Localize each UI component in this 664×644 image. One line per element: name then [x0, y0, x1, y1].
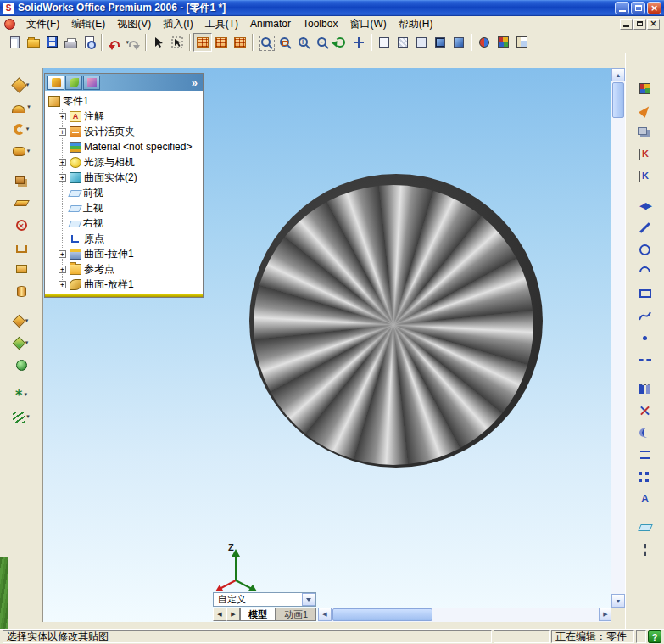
- text-tool[interactable]: [632, 488, 659, 510]
- offset-surface-button[interactable]: [4, 192, 38, 214]
- tree-item-origin[interactable]: 原点: [45, 231, 203, 246]
- scroll-right-arrow[interactable]: ▶: [599, 608, 611, 621]
- tree-item-design-binder[interactable]: + 设计活页夹: [45, 124, 203, 139]
- circle-tool[interactable]: [632, 238, 659, 260]
- dropdown-icon[interactable]: [27, 104, 31, 110]
- expand-toggle[interactable]: +: [59, 174, 66, 182]
- document-minimize-button[interactable]: [620, 19, 633, 30]
- minimize-button[interactable]: [615, 2, 629, 14]
- zoom-to-fit-button[interactable]: [256, 33, 275, 52]
- tree-item-part[interactable]: 零件1: [45, 93, 203, 109]
- close-button[interactable]: [647, 2, 661, 14]
- swept-surface-button[interactable]: [4, 118, 38, 140]
- trim-surface-button[interactable]: [4, 310, 38, 332]
- untrim-surface-button[interactable]: [4, 258, 38, 280]
- spline-tool[interactable]: [632, 305, 659, 327]
- revolved-surface-button[interactable]: [4, 96, 38, 118]
- rollback-bar[interactable]: [45, 294, 203, 297]
- tree-item-top-plane[interactable]: 上视: [45, 200, 203, 216]
- view-orientation-tool[interactable]: [632, 77, 659, 99]
- part-3d-model-lofted-surface[interactable]: [254, 185, 533, 465]
- extruded-surface-button[interactable]: [4, 74, 38, 96]
- zoom-in-button[interactable]: +: [293, 33, 312, 52]
- hidden-lines-visible-button[interactable]: [393, 33, 412, 52]
- lofted-surface-button[interactable]: [4, 140, 38, 162]
- tree-item-surface-extrude1[interactable]: + 曲面-拉伸1: [45, 246, 203, 261]
- trim-entities-tool[interactable]: [632, 400, 659, 422]
- scroll-left-arrow[interactable]: ◀: [318, 608, 332, 621]
- horizontal-scrollbar[interactable]: ◀ ▶: [318, 608, 611, 622]
- sketch-tool[interactable]: [632, 99, 659, 121]
- tree-item-surface-loft1[interactable]: + 曲面-放样1: [45, 277, 203, 292]
- vertical-scroll-thumb[interactable]: [612, 82, 624, 118]
- knit-surface-button[interactable]: [4, 280, 38, 302]
- menu-view[interactable]: 视图(V): [111, 16, 157, 32]
- standard-views-button[interactable]: [512, 33, 531, 52]
- arc-tool[interactable]: [632, 260, 659, 283]
- expand-toggle[interactable]: +: [59, 113, 66, 120]
- axis-tool[interactable]: [632, 539, 659, 561]
- offset-entities-tool[interactable]: [632, 422, 659, 444]
- tab-configurationmanager[interactable]: [83, 76, 100, 90]
- open-button[interactable]: [24, 33, 42, 52]
- convert-entities-tool[interactable]: [632, 444, 659, 466]
- menu-window[interactable]: 窗口(W): [343, 16, 392, 32]
- print-button[interactable]: [61, 33, 80, 52]
- menu-file[interactable]: 文件(F): [20, 16, 65, 32]
- delete-face-button[interactable]: [4, 214, 38, 236]
- smart-dimension-tool[interactable]: [632, 194, 659, 216]
- grid-button-2[interactable]: [212, 33, 231, 52]
- vertical-scrollbar[interactable]: ▲ ▼: [611, 68, 625, 608]
- menu-insert[interactable]: 插入(I): [157, 16, 198, 32]
- pan-button[interactable]: [349, 33, 368, 52]
- tree-item-reference-points[interactable]: + 参考点: [45, 261, 203, 277]
- linear-pattern-tool[interactable]: [632, 466, 659, 488]
- select-button[interactable]: [149, 33, 168, 52]
- expand-toggle[interactable]: +: [59, 266, 66, 273]
- flex-button[interactable]: [4, 406, 38, 428]
- menu-tools[interactable]: 工具(T): [199, 16, 244, 32]
- view-orientation-button[interactable]: [494, 33, 512, 52]
- quick-tips-help-button[interactable]: ?: [648, 630, 661, 643]
- dropdown-icon[interactable]: [26, 413, 30, 420]
- grid-button-3[interactable]: [231, 33, 249, 52]
- box-select-button[interactable]: [168, 33, 187, 52]
- extend-surface-button[interactable]: [4, 236, 38, 258]
- shaded-with-edges-button[interactable]: [431, 33, 449, 52]
- plane-tool[interactable]: [632, 517, 659, 539]
- print-preview-button[interactable]: [80, 33, 98, 52]
- rotate-view-button[interactable]: [331, 33, 349, 52]
- menu-help[interactable]: 帮助(H): [393, 16, 439, 32]
- menu-toolbox[interactable]: Toolbox: [297, 17, 343, 31]
- menu-edit[interactable]: 编辑(E): [65, 16, 111, 32]
- expand-toggle[interactable]: +: [59, 128, 66, 136]
- mirror-entities-tool[interactable]: [632, 378, 659, 400]
- tree-item-lights-cameras[interactable]: + 光源与相机: [45, 154, 203, 170]
- dropdown-icon[interactable]: [26, 126, 30, 132]
- scroll-up-arrow[interactable]: ▲: [611, 68, 625, 81]
- redo-button[interactable]: [124, 33, 142, 52]
- tab-propertymanager[interactable]: [65, 76, 82, 90]
- document-close-button[interactable]: [647, 19, 660, 30]
- maximize-button[interactable]: [631, 2, 645, 14]
- panel-chevron-button[interactable]: »: [189, 76, 200, 89]
- zoom-to-area-button[interactable]: [275, 33, 293, 52]
- wireframe-button[interactable]: [375, 33, 393, 52]
- shaded-button[interactable]: [449, 33, 468, 52]
- rectangle-tool[interactable]: [632, 283, 659, 305]
- tree-item-surface-bodies[interactable]: + 曲面实体(2): [45, 170, 203, 185]
- view-setting-combobox[interactable]: 自定义: [213, 592, 316, 607]
- tab-animation[interactable]: 动画1: [276, 608, 316, 621]
- line-tool[interactable]: [632, 216, 659, 238]
- chamfer-button[interactable]: [4, 354, 38, 376]
- grid-button-1[interactable]: [193, 33, 212, 52]
- combobox-dropdown-button[interactable]: [302, 593, 315, 606]
- freeform-button[interactable]: [4, 384, 38, 406]
- curvature-comb-1-tool[interactable]: K: [632, 143, 659, 165]
- section-view-button[interactable]: [475, 33, 494, 52]
- centerline-tool[interactable]: [632, 349, 659, 371]
- app-icon[interactable]: [3, 3, 14, 14]
- hidden-lines-removed-button[interactable]: [412, 33, 431, 52]
- save-button[interactable]: [42, 33, 61, 52]
- tree-item-annotations[interactable]: + 注解: [45, 109, 203, 124]
